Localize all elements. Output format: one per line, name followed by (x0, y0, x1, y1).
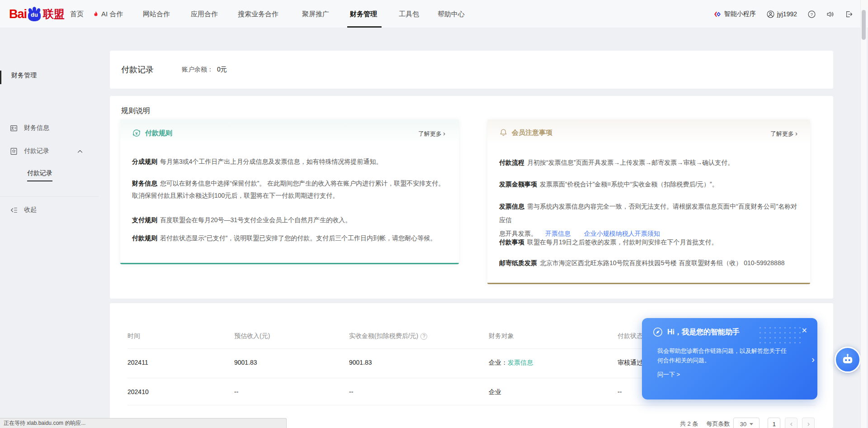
row1-received: 9001.83 (349, 359, 372, 366)
invoice-info-table-link[interactable]: 发票信息 (508, 359, 533, 366)
miniapp-diamond-icon (714, 10, 722, 18)
screen: Bai du 联盟 首页 AI 合作 网站合作 应用合作 搜索业务合作 聚屏推广… (0, 0, 868, 428)
user-icon (767, 10, 774, 18)
page-title: 付款记录 (121, 64, 154, 75)
assistant-title: Hi，我是您的智能助手 (667, 328, 740, 337)
balance-value: 0元 (217, 66, 227, 73)
nav-item-search-business[interactable]: 搜索业务合作 (238, 0, 278, 28)
row2-time: 202410 (127, 388, 149, 395)
row1-estimated: 9001.83 (234, 359, 257, 366)
top-navigation-bar: Bai du 联盟 首页 AI 合作 网站合作 应用合作 搜索业务合作 聚屏推广… (0, 0, 868, 28)
page-size-label: 每页条数 (706, 420, 730, 428)
flame-icon (93, 11, 99, 17)
nav-item-screen-promo[interactable]: 聚屏推广 (302, 0, 329, 28)
prev-page-button[interactable]: ‹ (785, 418, 797, 428)
rule-payment-status: 付款规则若付款状态显示“已支付”，说明联盟已安排了您的付款。支付后三个工作日内到… (132, 232, 436, 244)
row2-estimated: -- (234, 388, 238, 395)
ask-now-link[interactable]: 问一下 > (657, 371, 680, 379)
nav-item-ai[interactable]: AI 合作 (93, 0, 123, 28)
browser-status-bar: 正在等待 xlab.baidu.com 的响应... (0, 418, 287, 428)
vertical-scrollbar-track[interactable] (860, 0, 867, 428)
balance-label: 账户余额： (182, 66, 213, 73)
note-invoice-info: 发票信息需与系统内发票信息内容完全一致，否则无法支付。请根据发票信息页面中“百度… (499, 200, 800, 240)
row2-received: -- (349, 388, 353, 395)
nav-item-toolkit[interactable]: 工具包 (399, 0, 419, 28)
note-mail-invoice: 邮寄纸质发票北京市海淀区西北旺东路10号院百度科技园5号楼 百度联盟财务组（收）… (499, 257, 784, 269)
assistant-float-button[interactable] (835, 347, 861, 373)
sidebar-item-payment-records[interactable]: 付款记录 (10, 147, 49, 155)
bell-icon (499, 128, 508, 137)
rule-finance-info: 财务信息您可以在财务信息中选择“保留付款”。 在此期间您产生的收入将在账户内进行… (132, 177, 448, 202)
col-header-time: 时间 (127, 332, 140, 340)
smart-miniapp-entry[interactable]: 智能小程序 (714, 10, 756, 18)
payment-rules-header: ¥ 付款规则 (132, 128, 172, 138)
col-header-finance-target: 财务对象 (489, 332, 514, 340)
row2-finance-target: 企业 (489, 388, 501, 396)
col-header-received: 实收金额(扣除税费后/元) ? (349, 332, 427, 340)
sidebar-item-finance-info[interactable]: 财务信息 (10, 124, 49, 132)
payment-records-header-card: 付款记录 账户余额：0元 (110, 51, 833, 89)
member-notes-panel: 会员注意事项 了解更多› 付款流程月初按“发票信息”页面开具发票→上传发票→邮寄… (487, 119, 810, 284)
id-card-icon (10, 124, 18, 132)
close-icon[interactable]: ✕ (802, 326, 807, 335)
row2-status: -- (618, 388, 622, 395)
paw-icon: du (27, 7, 42, 21)
row-separator (127, 405, 816, 405)
nav-item-help-center[interactable]: 帮助中心 (438, 0, 465, 28)
col-header-estimated: 预估收入(元) (234, 332, 270, 340)
user-account[interactable]: jyj1992 (767, 10, 797, 18)
nav-item-app[interactable]: 应用合作 (191, 0, 218, 28)
member-notes-more-link[interactable]: 了解更多› (770, 129, 797, 138)
logout-icon[interactable] (845, 10, 853, 18)
next-page-button[interactable]: › (802, 418, 815, 428)
pagination: 共 2 条 每页条数 30 1 ‹ › (680, 418, 815, 428)
note-invoice-amount: 发票金额事项发票票面“价税合计”金额=系统中“实收金额（扣除税费后/元）”。 (499, 178, 718, 190)
sidebar-subitem-payment-records[interactable]: 付款记录 (27, 169, 52, 181)
rules-title: 规则说明 (121, 106, 150, 116)
nav-item-home[interactable]: 首页 (70, 0, 84, 28)
assistant-popup: Hi，我是您的智能助手 ✕ 我会帮助您诊断合作链路问题，以及解答您关于任何合作相… (642, 318, 817, 399)
chevron-down-icon (750, 423, 753, 425)
account-balance: 账户余额：0元 (182, 66, 227, 74)
collapse-icon (10, 206, 18, 214)
chevron-right-icon: › (795, 129, 797, 137)
sidebar: 财务管理 财务信息 付款记录 付款记录 (0, 28, 99, 428)
compass-icon (653, 327, 663, 337)
page-size-select[interactable]: 30 (733, 418, 760, 428)
logo-text-du: du (28, 11, 41, 18)
chevron-up-icon[interactable] (77, 148, 83, 155)
sidebar-active-indicator (0, 71, 1, 84)
coin-yen-icon: ¥ (132, 128, 141, 138)
popup-right-arrow-icon: › (811, 354, 815, 365)
status-text: 正在等待 xlab.baidu.com 的响应... (4, 419, 85, 427)
topbar-right-cluster: 智能小程序 jyj1992 ? (714, 0, 853, 28)
sidebar-divider (0, 196, 99, 197)
chevron-right-icon: › (443, 129, 445, 137)
note-payment-flow: 付款流程月初按“发票信息”页面开具发票→上传发票→邮寄发票→审核→确认支付。 (499, 157, 734, 169)
nav-item-website[interactable]: 网站合作 (143, 0, 170, 28)
sidebar-section-finance[interactable]: 财务管理 (11, 71, 37, 80)
page-number-1[interactable]: 1 (768, 418, 780, 428)
rule-pay: 支付规则百度联盟会在每月20号—31号支付企业会员上个自然月产生的收入。 (132, 214, 351, 226)
column-help-icon[interactable]: ? (420, 333, 427, 340)
sidebar-collapse-button[interactable]: 收起 (10, 206, 37, 214)
note-payment-matter: 付款事项联盟在每月19日之后签收的发票，付款时间安排在下个月首批支付。 (499, 236, 718, 248)
assistant-message: 我会帮助您诊断合作链路问题，以及解答您关于任何合作相关的问题。 (657, 346, 801, 365)
row1-finance-target: 企业：发票信息 (489, 359, 533, 367)
rules-card: 规则说明 ¥ 付款规则 了解更多› 分成规则每月第3或4个工作日产出上月分成信息… (110, 96, 833, 299)
payment-rules-more-link[interactable]: 了解更多› (418, 129, 445, 138)
robot-icon (841, 353, 854, 366)
col-header-status: 付款状态 (618, 332, 643, 340)
svg-text:?: ? (811, 11, 813, 16)
nav-item-finance[interactable]: 财务管理 (350, 0, 377, 28)
member-notes-header: 会员注意事项 (499, 128, 552, 137)
baidu-union-logo[interactable]: Bai du 联盟 (9, 6, 65, 22)
help-icon[interactable]: ? (808, 10, 816, 18)
certificate-star-icon (10, 147, 18, 155)
sound-icon[interactable] (826, 10, 834, 18)
vertical-scrollbar-thumb[interactable] (862, 10, 866, 40)
row1-time: 202411 (127, 359, 148, 366)
svg-text:¥: ¥ (135, 131, 138, 136)
logo-text-bai: Bai (9, 7, 27, 21)
assistant-popup-header: Hi，我是您的智能助手 (653, 327, 740, 337)
